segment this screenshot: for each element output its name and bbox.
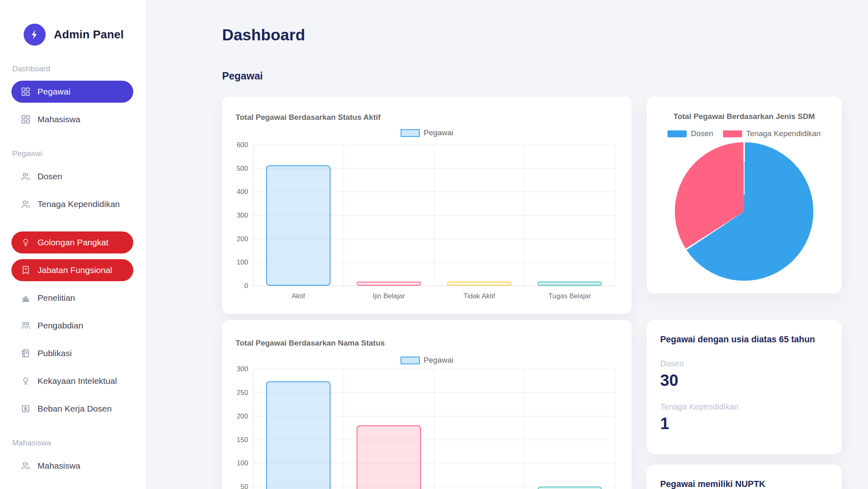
y-tick-label: 250 xyxy=(226,389,248,397)
y-tick-label: 200 xyxy=(226,235,248,243)
lightning-bolt-icon xyxy=(24,24,46,46)
bar-column-1[interactable] xyxy=(266,381,330,489)
gridline xyxy=(434,145,434,286)
sidebar-item-label: Golongan Pangkat xyxy=(37,238,108,247)
sidebar-item-kekayaan-intelektual[interactable]: Kekayaan Intelektual xyxy=(11,370,133,392)
gridline xyxy=(253,369,253,489)
card-bar-nama-status: Total Pegawai Berdasarkan Nama Status Pe… xyxy=(222,320,632,489)
y-tick-label: 100 xyxy=(226,459,248,467)
gridline xyxy=(344,145,344,286)
sidebar-item-label: Pegawai xyxy=(37,87,70,97)
sidebar-item-label: Publikasi xyxy=(37,348,72,358)
y-tick-label: 600 xyxy=(226,141,248,149)
bar-tidak-aktif[interactable] xyxy=(447,282,511,286)
stat-label-tenaga-kependidikan: Tenaga Kependidikan xyxy=(660,402,738,412)
sidebar-section-label-pegawai: Pegawai xyxy=(12,149,146,158)
chart-legend: DosenTenaga Kependidikan xyxy=(647,129,842,138)
app-root: Admin Panel DashboardPegawaiMahasiswaPeg… xyxy=(0,0,868,489)
sidebar-item-penelitian[interactable]: Penelitian xyxy=(11,287,133,309)
gridline xyxy=(524,369,525,489)
gridline xyxy=(434,369,434,489)
legend-label: Dosen xyxy=(691,129,713,138)
y-tick-label: 300 xyxy=(226,365,248,373)
sidebar-section-label-mahasiswa: Mahasiswa xyxy=(12,438,146,447)
y-tick-label: 0 xyxy=(226,282,248,290)
stat-value-tenaga-kependidikan: 1 xyxy=(660,414,669,433)
sidebar-item-label: Mahasiswa xyxy=(37,115,80,124)
legend-item-tenaga-kependidikan[interactable]: Tenaga Kependidikan xyxy=(723,129,821,138)
bar-tugas-belajar[interactable] xyxy=(538,282,602,286)
lightbulb-icon xyxy=(20,376,31,386)
sidebar-item-label: Penelitian xyxy=(37,293,75,303)
grid-icon xyxy=(20,114,31,125)
gridline xyxy=(524,145,525,286)
stat-card-title: Pegawai memiliki NUPTK xyxy=(660,479,765,489)
stat-label-dosen: Dosen xyxy=(660,359,684,368)
page-title: Dashboard xyxy=(222,26,305,44)
sidebar-section-label-dashboard: Dashboard xyxy=(12,64,146,73)
app-title: Admin Panel xyxy=(54,28,124,41)
users-icon xyxy=(20,171,31,182)
bar-chart-status-aktif: 0100200300400500600AktifIjin BelajarTida… xyxy=(222,97,632,314)
sidebar-item-publikasi[interactable]: Publikasi xyxy=(11,342,133,364)
sidebar-item-mahasiswa[interactable]: Mahasiswa xyxy=(11,455,133,477)
brand: Admin Panel xyxy=(0,0,146,46)
stat-card-title: Pegawai dengan usia diatas 65 tahun xyxy=(660,335,815,345)
grid-icon xyxy=(20,86,31,97)
sidebar-item-jabatan-fungsional[interactable]: Jabatan Fungsional xyxy=(11,259,133,281)
gridline xyxy=(344,369,344,489)
y-tick-label: 400 xyxy=(226,188,248,196)
y-tick-label: 100 xyxy=(226,258,248,267)
y-tick-label: 500 xyxy=(226,165,248,173)
sidebar-item-mahasiswa[interactable]: Mahasiswa xyxy=(11,108,133,130)
legend-swatch xyxy=(668,130,687,137)
sidebar: Admin Panel DashboardPegawaiMahasiswaPeg… xyxy=(0,0,147,489)
id-badge-icon xyxy=(20,403,31,414)
bar-column-4[interactable] xyxy=(538,487,602,489)
sidebar-item-label: Jabatan Fungsional xyxy=(37,265,112,275)
sidebar-item-label: Mahasiswa xyxy=(37,461,80,471)
sidebar-item-tenaga-kependidikan[interactable]: Tenaga Kependidikan xyxy=(11,193,133,215)
sidebar-item-label: Pengabdian xyxy=(37,321,83,330)
pie-chart-jenis-sdm[interactable] xyxy=(675,142,813,281)
bar-chart-nama-status: 050100150200250300 xyxy=(222,320,632,489)
y-tick-label: 50 xyxy=(226,483,248,489)
y-tick-label: 150 xyxy=(226,436,248,444)
sidebar-item-dosen[interactable]: Dosen xyxy=(11,165,133,187)
book-icon xyxy=(20,348,31,359)
legend-item-dosen[interactable]: Dosen xyxy=(668,129,713,138)
bar-column-2[interactable] xyxy=(357,425,421,489)
sidebar-item-pegawai[interactable]: Pegawai xyxy=(11,81,133,103)
bookmark-icon xyxy=(20,265,31,275)
chart-title: Total Pegawai Berdasarkan Jenis SDM xyxy=(647,112,842,121)
sidebar-item-golongan-pangkat[interactable]: Golongan Pangkat xyxy=(11,231,133,253)
x-tick-label: Tidak Aktif xyxy=(434,292,524,300)
x-tick-label: Ijin Belajar xyxy=(344,292,434,300)
lightbulb-icon xyxy=(20,237,31,248)
card-usia-65: Pegawai dengan usia diatas 65 tahun Dose… xyxy=(647,320,842,454)
y-tick-label: 300 xyxy=(226,211,248,220)
legend-label: Tenaga Kependidikan xyxy=(746,129,821,138)
sidebar-item-label: Kekayaan Intelektual xyxy=(37,376,117,386)
card-nuptk: Pegawai memiliki NUPTK xyxy=(647,465,842,489)
legend-swatch xyxy=(723,130,742,137)
section-title-pegawai: Pegawai xyxy=(222,70,263,82)
gridline xyxy=(615,369,615,489)
chart-bars-icon xyxy=(20,293,31,303)
users-icon xyxy=(20,199,31,209)
sidebar-item-pengabdian[interactable]: Pengabdian xyxy=(11,315,133,337)
x-tick-label: Tugas Belajar xyxy=(524,292,615,300)
gridline xyxy=(253,286,615,286)
main-content: Dashboard Pegawai Total Pegawai Berdasar… xyxy=(147,0,868,489)
y-tick-label: 200 xyxy=(226,412,248,421)
card-bar-status-aktif: Total Pegawai Berdasarkan Status Aktif P… xyxy=(222,97,632,314)
stat-value-dosen: 30 xyxy=(660,371,679,390)
x-tick-label: Aktif xyxy=(253,292,344,300)
bar-ijin-belajar[interactable] xyxy=(357,282,421,286)
card-pie-jenis-sdm: Total Pegawai Berdasarkan Jenis SDM Dose… xyxy=(647,97,842,293)
gridline xyxy=(615,145,615,286)
bar-aktif[interactable] xyxy=(266,165,330,286)
users-group-icon xyxy=(20,320,31,331)
users-icon xyxy=(20,460,31,471)
sidebar-item-beban-kerja-dosen[interactable]: Beban Kerja Dosen xyxy=(11,398,133,420)
